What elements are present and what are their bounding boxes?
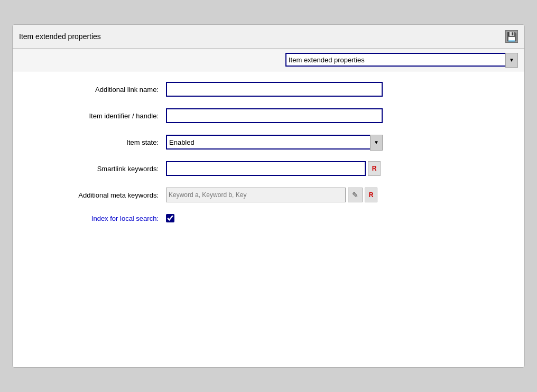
item-state-select-wrapper: Enabled Disabled	[166, 135, 383, 150]
item-identifier-input[interactable]	[166, 108, 383, 123]
save-icon: 💾	[506, 32, 517, 42]
additional-link-name-input[interactable]	[166, 82, 383, 97]
item-identifier-label: Item identifier / handle:	[29, 112, 166, 120]
smartlink-keywords-input[interactable]	[166, 161, 366, 176]
panel-toolbar: Item extended properties	[13, 49, 524, 71]
panel-body: Additional link name: Item identifier / …	[13, 71, 524, 245]
additional-meta-keywords-label: Additional meta keywords:	[29, 191, 166, 199]
index-local-search-row: Index for local search:	[29, 214, 508, 222]
additional-meta-edit-button[interactable]: ✎	[348, 188, 363, 202]
item-state-row: Item state: Enabled Disabled	[29, 135, 508, 150]
additional-link-name-row: Additional link name:	[29, 82, 508, 97]
panel-header: Item extended properties 💾	[13, 25, 524, 49]
smartlink-r-button[interactable]: R	[368, 161, 381, 176]
view-dropdown-wrapper: Item extended properties	[285, 53, 518, 67]
additional-meta-keywords-row: Additional meta keywords: ✎ R	[29, 188, 508, 202]
index-local-search-label: Index for local search:	[29, 214, 166, 222]
item-state-label: Item state:	[29, 138, 166, 146]
view-dropdown[interactable]: Item extended properties	[285, 53, 518, 67]
item-extended-properties-panel: Item extended properties 💾 Item extended…	[12, 24, 525, 368]
additional-meta-keywords-input[interactable]	[166, 188, 346, 202]
additional-meta-keywords-field: ✎ R	[166, 188, 377, 202]
panel-title: Item extended properties	[19, 32, 101, 41]
save-button[interactable]: 💾	[505, 30, 518, 43]
pencil-icon: ✎	[352, 191, 358, 199]
smartlink-keywords-field: R	[166, 161, 381, 176]
additional-link-name-label: Additional link name:	[29, 86, 166, 94]
smartlink-keywords-label: Smartlink keywords:	[29, 165, 166, 173]
index-local-search-checkbox[interactable]	[166, 214, 174, 222]
item-state-select[interactable]: Enabled Disabled	[166, 135, 383, 150]
item-identifier-row: Item identifier / handle:	[29, 108, 508, 123]
additional-meta-r-button[interactable]: R	[365, 188, 377, 202]
smartlink-keywords-row: Smartlink keywords: R	[29, 161, 508, 176]
